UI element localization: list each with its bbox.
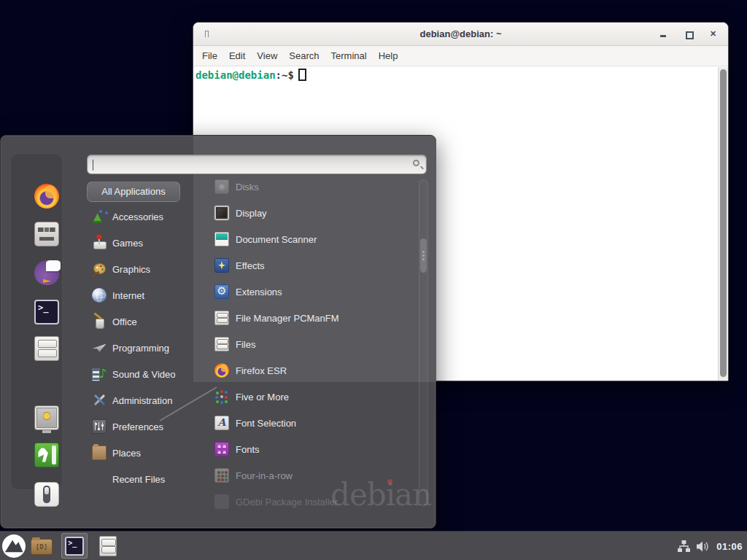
category-games[interactable]: Games [87,230,205,256]
category-administration[interactable]: Administration [87,387,205,413]
terminal-scrollbar-thumb[interactable] [720,69,727,377]
app-file-manager-pcmanfm[interactable]: File Manager PCManFM [209,305,419,331]
app-effects[interactable]: Effects [209,252,419,279]
app-four-in-a-row[interactable]: Four-in-a-row [209,462,419,489]
cat-preferences-icon [92,419,107,434]
category-recent-files[interactable]: Recent Files [87,466,205,492]
app-files[interactable]: Files [209,331,419,357]
menu-terminal[interactable]: Terminal [325,50,373,61]
pidgin-icon [34,260,59,285]
cat-games-icon [92,236,107,250]
app-disks[interactable]: Disks [209,174,419,200]
app-label: Disks [236,182,259,192]
minimize-icon[interactable] [659,30,668,39]
text-caret [93,160,93,171]
app-extensions[interactable]: Extensions [209,279,419,305]
menu-file[interactable]: File [196,50,223,61]
terminal-menubar: File Edit View Search Terminal Help [193,46,728,66]
menu-help[interactable]: Help [373,50,404,61]
app-fonts[interactable]: Fonts [209,436,419,462]
file-cabinet-icon [99,536,117,556]
app-font-selection[interactable]: Font Selection [209,410,419,436]
prompt-user-host: debian@debian [196,69,276,81]
app-display[interactable]: Display [209,200,419,226]
taskbar: 01:06 [0,531,747,560]
network-icon[interactable] [678,540,690,552]
search-icon [413,160,419,166]
terminal-icon [34,300,59,324]
category-label: Administration [112,395,172,406]
app-label: Firefox ESR [236,365,287,376]
favorite-terminal[interactable] [34,300,59,324]
prompt-suffix: :~$ [276,69,294,81]
desktop[interactable]: { "terminal": { "title": "debian@debian:… [0,0,747,560]
terminal-scrollbar[interactable] [718,67,728,381]
favorite-log-out[interactable] [34,443,59,467]
cat-programming-icon [92,341,107,355]
category-places[interactable]: Places [87,440,205,466]
file-manager-launcher[interactable] [31,539,53,555]
category-list: AccessoriesGamesGraphicsInternetOfficePr… [87,203,205,492]
app-label: Extensions [236,287,282,298]
menu-search[interactable]: Search [283,50,325,61]
cat-office-icon [92,314,107,329]
terminal-icon [65,537,84,556]
category-sound-video[interactable]: Sound & Video [87,361,205,387]
category-label: Internet [112,290,144,301]
search-input[interactable] [88,155,426,174]
volume-icon[interactable] [697,541,710,552]
app-disks-icon [214,179,229,194]
app-five-or-more[interactable]: Five or More [209,384,419,410]
app-gdebi-package-installer[interactable]: GDebi Package Installer [209,489,419,515]
category-internet[interactable]: Internet [87,282,205,308]
app-fourinarow-icon [214,468,229,483]
close-icon[interactable] [710,30,719,39]
menu-button[interactable] [2,534,26,558]
category-graphics[interactable]: Graphics [87,256,205,282]
menu-edit[interactable]: Edit [223,50,251,61]
app-extensions-icon [214,284,229,299]
app-label: Five or More [236,392,289,402]
category-accessories[interactable]: Accessories [87,203,205,230]
terminal-task-button[interactable] [61,533,88,559]
app-list-scrollbar[interactable] [419,179,428,506]
cat-places-icon [92,446,107,460]
app-firefox-esr[interactable]: Firefox ESR [209,357,419,384]
menu-view[interactable]: View [251,50,283,61]
cabinet-icon [214,337,229,351]
favorite-file-manager[interactable] [34,336,59,361]
favorite-lock-screen[interactable] [34,405,59,430]
terminal-titlebar[interactable]: debian@debian: ~ [193,23,728,46]
app-gdebi-icon [214,494,229,509]
cabinet-icon [34,336,59,361]
clock[interactable]: 01:06 [716,541,743,552]
app-label: Fonts [236,444,260,455]
files-launcher[interactable] [99,536,117,556]
cabinet-icon [214,311,229,325]
category-label: Sound & Video [112,369,176,380]
favorite-shut-down[interactable] [34,482,59,507]
category-label: Graphics [112,264,150,275]
favorites-panel [10,153,63,490]
category-label: Games [112,238,143,249]
cat-sound-icon [92,367,107,381]
favorite-pidgin[interactable] [34,260,59,285]
category-preferences[interactable]: Preferences [87,413,205,440]
maximize-icon[interactable] [684,30,694,39]
app-docscanner-icon [214,232,229,246]
category-office[interactable]: Office [87,308,205,335]
app-label: Four-in-a-row [236,470,293,481]
cat-admin-icon [92,393,107,408]
cat-accessories-icon [92,209,107,224]
cat-graphics-icon [92,262,107,276]
app-list-scrollbar-thumb[interactable] [420,238,427,273]
app-document-scanner[interactable]: Document Scanner [209,226,419,252]
terminal-title: debian@debian: ~ [193,23,728,46]
app-fontsel-icon [214,416,229,430]
all-applications-button[interactable]: All Applications [87,182,180,202]
category-programming[interactable]: Programming [87,335,205,361]
keyboard-icon [34,222,59,246]
favorite-keyboard[interactable] [34,222,59,246]
shutdown-icon [34,482,59,507]
favorite-firefox[interactable] [34,184,59,209]
